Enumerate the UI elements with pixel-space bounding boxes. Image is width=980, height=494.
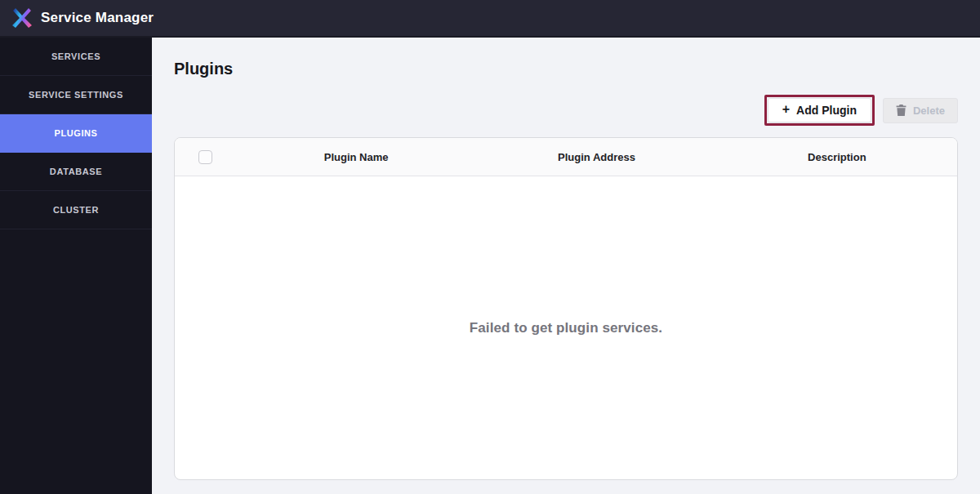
add-plugin-highlight-annotation: + Add Plugin xyxy=(764,95,875,126)
table-body: Failed to get plugin services. xyxy=(175,176,957,479)
sidebar-item-label: CLUSTER xyxy=(53,205,99,215)
sidebar-item-label: SERVICE SETTINGS xyxy=(29,90,123,100)
sidebar-item-database[interactable]: DATABASE xyxy=(0,153,152,191)
topbar: Service Manager xyxy=(0,0,980,38)
column-header-plugin-address: Plugin Address xyxy=(476,151,716,163)
delete-button-label: Delete xyxy=(913,105,945,117)
add-plugin-button-label: Add Plugin xyxy=(796,104,857,117)
sidebar: SERVICES SERVICE SETTINGS PLUGINS DATABA… xyxy=(0,38,152,494)
table-header-row: Plugin Name Plugin Address Description xyxy=(175,138,957,176)
main-content: Plugins + Add Plugin Delete Plugin N xyxy=(152,38,980,494)
select-all-cell xyxy=(175,150,236,164)
plugins-table: Plugin Name Plugin Address Description F… xyxy=(174,137,958,480)
sidebar-item-label: PLUGINS xyxy=(54,128,97,138)
sidebar-item-label: DATABASE xyxy=(50,167,102,176)
page-title: Plugins xyxy=(174,60,958,78)
sidebar-item-service-settings[interactable]: SERVICE SETTINGS xyxy=(0,76,152,114)
column-header-plugin-name: Plugin Name xyxy=(236,151,476,163)
sidebar-item-label: SERVICES xyxy=(51,51,100,61)
layout: SERVICES SERVICE SETTINGS PLUGINS DATABA… xyxy=(0,38,980,494)
add-plugin-button[interactable]: + Add Plugin xyxy=(768,98,871,122)
toolbar: + Add Plugin Delete xyxy=(174,95,958,126)
empty-state-message: Failed to get plugin services. xyxy=(470,320,662,336)
plus-icon: + xyxy=(782,103,790,116)
app-logo-icon xyxy=(11,7,33,29)
app-title: Service Manager xyxy=(41,10,154,26)
select-all-checkbox[interactable] xyxy=(198,150,212,164)
delete-button[interactable]: Delete xyxy=(883,98,958,123)
sidebar-item-cluster[interactable]: CLUSTER xyxy=(0,191,152,229)
sidebar-item-services[interactable]: SERVICES xyxy=(0,38,152,76)
column-header-description: Description xyxy=(717,151,957,163)
trash-icon xyxy=(896,105,906,116)
sidebar-item-plugins[interactable]: PLUGINS xyxy=(0,114,152,153)
